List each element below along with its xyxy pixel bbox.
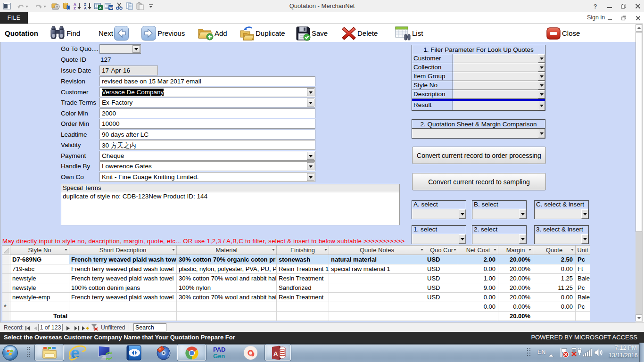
new-record-icon[interactable] — [82, 325, 89, 332]
table-new-row-material[interactable] — [177, 302, 277, 312]
table-row-5-quo-cur[interactable]: USD — [425, 293, 458, 302]
tray-signal-icon[interactable] — [583, 348, 592, 359]
column-header-short-description[interactable]: Short Description — [69, 246, 177, 255]
table-row-2-material[interactable]: plastic, nylon, polyester, PVA, PU, PE — [177, 264, 277, 274]
table-row-5-material[interactable]: 30% cotton 70% wool and rabbit hair — [177, 293, 277, 302]
save-icon[interactable] — [296, 26, 311, 43]
short-description-filter-icon[interactable] — [172, 249, 175, 252]
table-row-5-finishing[interactable]: Resin Treatment — [277, 293, 329, 302]
help-button[interactable]: ? — [589, 2, 602, 10]
taskbar-explorer-button[interactable] — [35, 345, 64, 361]
selector-c-combobox[interactable] — [535, 209, 588, 219]
filter-customer-dropdown-icon[interactable] — [538, 54, 545, 63]
taskbar-daemon-tools-icon[interactable] — [155, 345, 171, 362]
table-total-row[interactable]: Total20.00% — [2, 312, 590, 321]
filter-collection-dropdown-icon[interactable] — [538, 63, 545, 72]
record-search-input[interactable]: Search — [133, 323, 166, 331]
table-row-5-selector[interactable] — [2, 293, 10, 302]
last-record-icon[interactable] — [74, 325, 79, 332]
table-row-5-net-cost[interactable]: 0.00 — [458, 293, 498, 302]
delete-icon[interactable] — [341, 26, 356, 42]
comparison-dropdown-icon[interactable] — [538, 129, 545, 138]
table-total-row-short-description[interactable] — [69, 312, 177, 321]
taskbar-teamviewer-icon[interactable] — [126, 345, 142, 362]
delete-button[interactable]: Delete — [357, 29, 378, 37]
table-new-row[interactable]: *0.000.00%0.00Pc — [2, 302, 590, 312]
duplicate-button[interactable]: Duplicate — [256, 29, 285, 37]
table-row-5-short-description[interactable]: French terry weaved plaid wash towel — [69, 293, 177, 302]
table-row-4-quote[interactable]: 11.25 — [533, 283, 576, 293]
selector-2-combobox[interactable] — [472, 234, 526, 244]
table-total-row-unit[interactable] — [576, 312, 590, 321]
selector-2-dropdown-icon[interactable] — [519, 234, 526, 244]
child-restore-button[interactable] — [618, 14, 630, 22]
own-co-combobox[interactable]: Knit - Fine Guage Knitting Limited. — [99, 172, 315, 182]
table-new-row-net-cost[interactable]: 0.00 — [458, 302, 498, 312]
payment-dropdown-icon[interactable] — [307, 152, 314, 160]
go-to-combobox[interactable] — [99, 44, 141, 54]
quo-cur-filter-icon[interactable] — [454, 249, 456, 252]
column-header-quote[interactable]: Quote — [533, 246, 576, 255]
margin-filter-icon[interactable] — [528, 249, 531, 252]
handle-by-dropdown-icon[interactable] — [307, 162, 314, 170]
table-new-row-style-no[interactable] — [10, 302, 69, 312]
table-total-row-style-no[interactable]: Total — [10, 312, 69, 321]
previous-record-nav-icon[interactable] — [33, 325, 37, 332]
find-icon[interactable] — [50, 25, 66, 42]
taskbar-ie-icon[interactable]: e — [68, 345, 87, 362]
table-row-3-finishing[interactable]: Resin Treatment — [277, 274, 329, 283]
filter-result-dropdown-icon[interactable] — [538, 101, 545, 110]
restore-button[interactable] — [618, 2, 630, 10]
table-total-row-net-cost[interactable] — [458, 312, 498, 321]
child-close-button[interactable] — [632, 14, 644, 22]
table-row-2[interactable]: 719-abcFrench terry weaved plaid wash to… — [2, 264, 590, 274]
add-icon[interactable] — [198, 26, 214, 42]
first-record-icon[interactable] — [25, 325, 30, 332]
table-row-5[interactable]: newstyle-empFrench terry weaved plaid wa… — [2, 293, 590, 302]
table-row-3-style-no[interactable]: newstyle — [10, 274, 69, 283]
convert-to-order-button[interactable]: Convert current record to order processi… — [412, 147, 546, 164]
table-row-1-margin[interactable]: 20.00% — [498, 255, 533, 264]
table-row-2-quo-cur[interactable]: USD — [425, 264, 458, 274]
table-row-3-short-description[interactable]: French terry weaved plaid wash towel — [69, 274, 177, 283]
table-row-3-selector[interactable] — [2, 274, 10, 283]
table-row-5-margin[interactable]: 20.00% — [498, 293, 533, 302]
table-row-4-finishing[interactable]: Sandforized — [277, 283, 329, 293]
filter-result-combobox[interactable] — [454, 101, 545, 110]
trade-terms-dropdown-icon[interactable] — [307, 99, 314, 107]
tray-time[interactable]: 7:12 PM — [615, 345, 637, 351]
tray-network-icon[interactable] — [570, 347, 582, 360]
duplicate-icon[interactable] — [239, 26, 255, 43]
table-row-2-margin[interactable]: 20.00% — [498, 264, 533, 274]
table-row-2-selector[interactable] — [2, 264, 10, 274]
taskbar-anydesk-icon[interactable] — [243, 346, 258, 362]
table-row-1-quo-cur[interactable]: USD — [425, 255, 458, 264]
table-row-4-short-description[interactable]: 100% cotton denim jeans — [69, 283, 177, 293]
filter-item-group-dropdown-icon[interactable] — [538, 72, 545, 81]
filter-description-dropdown-icon[interactable] — [538, 90, 545, 99]
table-row-5-style-no[interactable]: newstyle-emp — [10, 293, 69, 302]
selector-a-dropdown-icon[interactable] — [459, 209, 466, 219]
selector-3-dropdown-icon[interactable] — [581, 234, 588, 244]
table-new-row-unit[interactable]: Pc — [576, 302, 590, 312]
scrollbar-thumb[interactable] — [636, 32, 642, 232]
issue-date-field[interactable]: 17-Apr-16 — [99, 66, 158, 75]
previous-record-icon[interactable] — [141, 26, 156, 42]
close-icon[interactable] — [546, 27, 561, 41]
leadtime-field[interactable]: 90 days after LC — [99, 130, 315, 140]
filter-style-no-dropdown-icon[interactable] — [538, 81, 545, 90]
table-new-row-margin[interactable]: 0.00% — [498, 302, 533, 312]
table-new-row-selector[interactable]: * — [2, 302, 10, 312]
column-header-quote-notes[interactable]: Quote Notes — [329, 246, 425, 255]
table-row-1-short-description[interactable]: French terry weaved plaid wash towel — [69, 255, 177, 264]
table-row-1-quote[interactable]: 2.50 — [533, 255, 576, 264]
table-total-row-material[interactable] — [177, 312, 277, 321]
selector-a-combobox[interactable] — [412, 209, 466, 219]
tray-language[interactable]: EN — [537, 349, 545, 355]
table-row-2-quote-notes[interactable]: special raw material 1 — [329, 264, 425, 274]
record-position-box[interactable]: 1 of 123 — [38, 324, 63, 331]
quote-filter-icon[interactable] — [571, 249, 574, 252]
table-row-4-quote-notes[interactable] — [329, 283, 425, 293]
own-co-dropdown-icon[interactable] — [307, 173, 314, 181]
previous-button[interactable]: Previous — [157, 29, 185, 37]
